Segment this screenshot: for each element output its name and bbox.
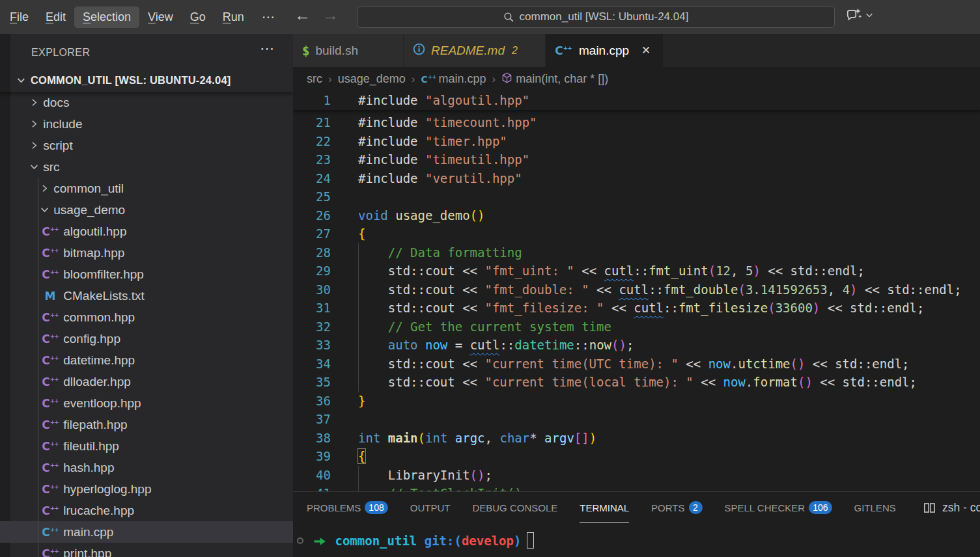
tree-item-cmakelists-txt[interactable]: M CMakeLists.txt	[0, 285, 293, 306]
breadcrumb-label: main(int, char * [])	[516, 72, 608, 86]
tree-item-include[interactable]: include	[0, 113, 293, 135]
breadcrumb-item[interactable]: main(int, char * [])	[501, 72, 608, 87]
panel-tab-ports[interactable]: PORTS2	[651, 492, 702, 523]
tree-item-label: hyperloglog.hpp	[60, 482, 152, 496]
code-line[interactable]: 35 std::cout << "current time(local time…	[293, 373, 980, 392]
hpp-file-icon: C++	[42, 483, 59, 496]
tree-item-lrucache-hpp[interactable]: C++ lrucache.hpp	[0, 500, 293, 521]
tree-item-print-hpp[interactable]: C++ print.hpp	[0, 543, 293, 557]
panel-tab-badge: 108	[365, 501, 387, 514]
tree-item-usage-demo[interactable]: usage_demo	[0, 199, 293, 221]
code-line[interactable]: 33 auto now = cutl::datetime::now();	[293, 336, 980, 355]
tree-item-common-hpp[interactable]: C++ common.hpp	[0, 306, 293, 328]
terminal-prompt-line[interactable]: common_util git:(develop)	[297, 532, 534, 549]
tree-item-algoutil-hpp[interactable]: C++ algoutil.hpp	[0, 221, 293, 242]
breadcrumb-item[interactable]: usage_demo	[338, 72, 406, 86]
menu-more-actions[interactable]: ⋯	[253, 9, 285, 25]
line-number: 40	[293, 466, 331, 485]
terminal-instance-label[interactable]: zsh - con	[916, 492, 980, 523]
terminal-prompt-arrow	[313, 534, 328, 548]
code-line[interactable]: 28 // Data formatting	[293, 243, 980, 262]
panel-tab-badge: 106	[809, 501, 832, 514]
code-line[interactable]: 30 std::cout << "fmt_double: " << cutl::…	[293, 280, 980, 299]
tree-item-config-hpp[interactable]: C++ config.hpp	[0, 328, 293, 349]
code-line[interactable]: 38int main(int argc, char* argv[])	[293, 429, 980, 448]
tree-item-bloomfilter-hpp[interactable]: C++ bloomfilter.hpp	[0, 264, 293, 285]
panel-tab-debug-console[interactable]: DEBUG CONSOLE	[472, 492, 557, 523]
code-line[interactable]: 34 std::cout << "current time(UTC time):…	[293, 355, 980, 374]
terminal-prompt-git: git:(	[425, 534, 462, 548]
code-line[interactable]: 41 // TestClockInit();	[293, 484, 980, 491]
explorer-more-actions[interactable]: ⋯	[260, 40, 275, 57]
tree-item-filepath-hpp[interactable]: C++ filepath.hpp	[0, 414, 293, 435]
menu-edit[interactable]: Edit	[37, 7, 74, 28]
code-line[interactable]: 29 std::cout << "fmt_uint: " << cutl::fm…	[293, 262, 980, 280]
menu-go[interactable]: Go	[182, 7, 214, 28]
tree-item-main-cpp[interactable]: C++ main.cpp	[0, 521, 293, 543]
menu-view[interactable]: View	[139, 7, 182, 28]
editor-tab-main-cpp[interactable]: C++main.cpp✕	[546, 34, 664, 67]
tree-item-eventloop-hpp[interactable]: C++ eventloop.hpp	[0, 392, 293, 414]
panel-tab-gitlens[interactable]: GITLENS	[854, 492, 896, 523]
tree-item-datetime-hpp[interactable]: C++ datetime.hpp	[0, 349, 293, 371]
tree-item-script[interactable]: script	[0, 135, 293, 156]
code-line[interactable]: 27{	[293, 224, 980, 243]
tree-item-fileutil-hpp[interactable]: C++ fileutil.hpp	[0, 435, 293, 457]
line-number: 29	[293, 262, 331, 280]
code-line[interactable]: 32 // Get the current system time	[293, 318, 980, 336]
line-number: 26	[293, 206, 331, 225]
tree-item-src[interactable]: src	[0, 156, 293, 178]
menu-file[interactable]: File	[1, 7, 37, 28]
copilot-menu[interactable]	[845, 7, 874, 23]
tree-item-dlloader-hpp[interactable]: C++ dlloader.hpp	[0, 371, 293, 392]
chevron-right-icon	[29, 140, 40, 151]
hpp-file-icon: C++	[42, 440, 59, 453]
code-line[interactable]: 39{	[293, 447, 980, 466]
close-icon[interactable]: ✕	[641, 44, 651, 57]
code-line[interactable]: 22#include "timer.hpp"	[293, 132, 980, 151]
breadcrumb-item[interactable]: src	[307, 72, 322, 86]
code-line[interactable]: 40 LibraryInit();	[293, 466, 980, 485]
code-line[interactable]: 26void usage_demo()	[293, 206, 980, 225]
command-center-search[interactable]: common_util [WSL: Ubuntu-24.04]	[357, 6, 835, 28]
breadcrumb-separator: ›	[410, 73, 417, 86]
forward-arrow-icon[interactable]: →	[322, 6, 339, 25]
code-line[interactable]: 21#include "timecount.hpp"	[293, 113, 980, 132]
tree-item-label: bloomfilter.hpp	[60, 267, 144, 282]
code-line[interactable]: 25	[293, 187, 980, 206]
tab-label: README.md	[431, 44, 505, 58]
code-line[interactable]: 37	[293, 410, 980, 429]
tree-item-label: usage_demo	[50, 203, 125, 217]
code-line[interactable]: 36}	[293, 392, 980, 411]
menu-selection[interactable]: Selection	[74, 7, 139, 28]
code-line[interactable]: 23#include "timeutil.hpp"	[293, 150, 980, 169]
breadcrumb-item[interactable]: C++main.cpp	[421, 72, 486, 86]
workspace-section-header[interactable]: COMMON_UTIL [WSL: UBUNTU-24.04]	[0, 69, 293, 92]
back-arrow-icon[interactable]: ←	[294, 6, 311, 25]
tree-item-label: common_util	[50, 182, 124, 196]
editor-tab-build-sh[interactable]: $build.sh	[293, 34, 404, 67]
line-number: 41	[293, 484, 331, 491]
panel-tab-output[interactable]: OUTPUT	[410, 492, 451, 523]
hpp-file-icon: C++	[42, 461, 59, 474]
menu-run[interactable]: Run	[214, 7, 253, 28]
line-number: 33	[293, 336, 331, 355]
tree-item-docs[interactable]: docs	[0, 92, 293, 113]
code-line[interactable]: 24#include "verutil.hpp"	[293, 169, 980, 188]
panel-tab-spell-checker[interactable]: SPELL CHECKER106	[725, 492, 832, 523]
code-editor[interactable]: 21#include "timecount.hpp"22#include "ti…	[293, 91, 980, 491]
tree-item-hyperloglog-hpp[interactable]: C++ hyperloglog.hpp	[0, 478, 293, 500]
line-number: 39	[293, 447, 331, 466]
tree-item-label: lrucache.hpp	[60, 504, 134, 518]
editor-tab-readme-md[interactable]: README.md2	[404, 34, 546, 67]
code-line[interactable]: 31 std::cout << "fmt_filesize: " << cutl…	[293, 299, 980, 318]
panel-tab-terminal[interactable]: TERMINAL	[580, 492, 629, 523]
tree-item-common-util[interactable]: common_util	[0, 178, 293, 199]
panel-tab-badge: 2	[689, 501, 703, 514]
tree-item-hash-hpp[interactable]: C++ hash.hpp	[0, 457, 293, 478]
sticky-scroll-line[interactable]: 1#include "algoutil.hpp"	[293, 91, 980, 110]
panel-tab-problems[interactable]: PROBLEMS108	[307, 492, 388, 523]
breadcrumb-label: usage_demo	[338, 72, 406, 86]
tree-item-label: docs	[40, 96, 69, 110]
tree-item-bitmap-hpp[interactable]: C++ bitmap.hpp	[0, 242, 293, 264]
